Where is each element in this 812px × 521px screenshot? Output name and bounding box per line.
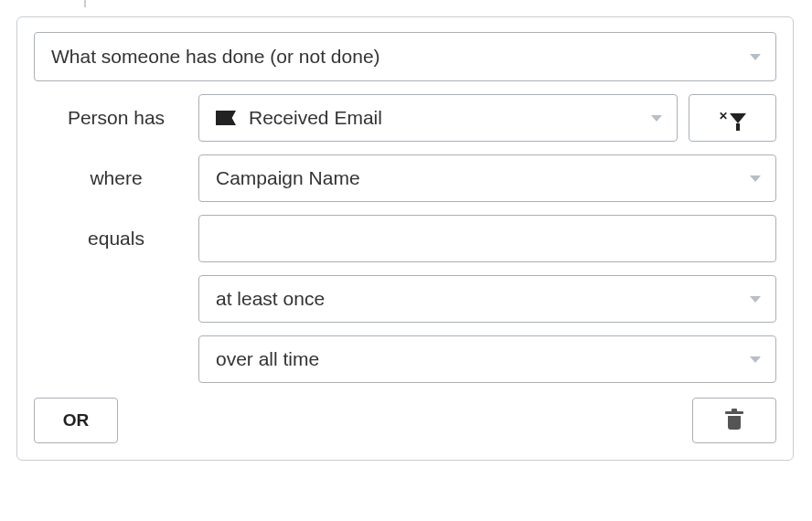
label-where: where [34,167,198,189]
person-has-value: Received Email [249,107,382,129]
funnel-icon [730,113,746,123]
timerange-select[interactable]: over all time [198,335,776,383]
clear-filter-button[interactable]: ✕ [689,94,776,142]
label-person-has: Person has [34,107,198,129]
trash-icon [727,411,742,430]
where-value: Campaign Name [216,167,360,189]
equals-input[interactable] [198,215,776,262]
label-equals: equals [34,228,198,250]
chevron-down-icon [750,356,761,363]
connector-line [84,0,86,7]
chevron-down-icon [750,296,761,303]
or-label: OR [63,410,90,431]
condition-type-value: What someone has done (or not done) [51,46,380,68]
timerange-value: over all time [216,348,319,370]
frequency-value: at least once [216,288,325,310]
chevron-down-icon [750,175,761,182]
condition-type-select[interactable]: What someone has done (or not done) [34,32,776,81]
x-icon: ✕ [719,111,728,122]
filter-panel: What someone has done (or not done) Pers… [16,16,794,461]
chevron-down-icon [651,115,662,122]
chevron-down-icon [750,54,761,60]
or-button[interactable]: OR [34,398,118,443]
flag-icon [216,111,236,125]
person-has-select[interactable]: Received Email [198,94,678,142]
delete-button[interactable] [692,398,776,443]
frequency-select[interactable]: at least once [198,275,776,323]
where-select[interactable]: Campaign Name [198,154,776,202]
